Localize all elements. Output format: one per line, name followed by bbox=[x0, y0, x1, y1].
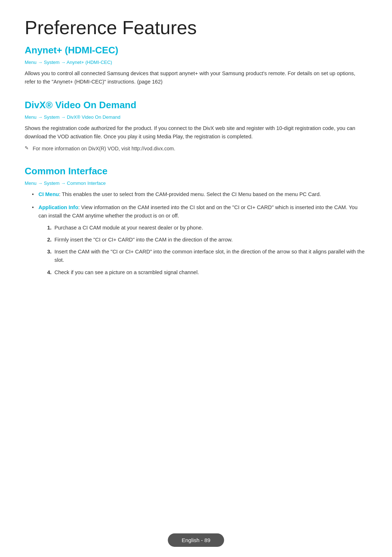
step-3-text: Insert the CAM with the "CI or CI+ CARD"… bbox=[54, 249, 365, 263]
bullet-ci-menu: CI Menu: This enables the user to select… bbox=[32, 190, 367, 199]
ci-menu-term: CI Menu bbox=[38, 191, 59, 197]
divx-body: Shows the registration code authorized f… bbox=[25, 124, 367, 141]
common-interface-bullets: CI Menu: This enables the user to select… bbox=[25, 190, 367, 277]
step-3: 3. Insert the CAM with the "CI or CI+ CA… bbox=[47, 248, 367, 264]
app-info-steps: 1. Purchase a CI CAM module at your near… bbox=[38, 224, 367, 277]
bullet-app-info: Application Info: View information on th… bbox=[32, 203, 367, 277]
anynet-breadcrumb: Menu → System → Anynet+ (HDMI-CEC) bbox=[25, 60, 367, 65]
common-interface-section: Common Interface Menu → System → Common … bbox=[25, 166, 367, 277]
footer-label: English - 89 bbox=[168, 533, 224, 547]
common-interface-breadcrumb: Menu → System → Common Interface bbox=[25, 180, 367, 186]
divx-note: For more information on DivX(R) VOD, vis… bbox=[25, 145, 367, 153]
anynet-body: Allows you to control all connected Sams… bbox=[25, 69, 367, 86]
app-info-term: Application Info bbox=[38, 204, 78, 210]
step-4-text: Check if you can see a picture on a scra… bbox=[54, 269, 199, 275]
step-2: 2. Firmly insert the "CI or CI+ CARD" in… bbox=[47, 236, 367, 244]
ci-menu-text: : This enables the user to select from t… bbox=[59, 191, 321, 197]
step-1-text: Purchase a CI CAM module at your nearest… bbox=[54, 225, 203, 231]
anynet-section: Anynet+ (HDMI-CEC) Menu → System → Anyne… bbox=[25, 45, 367, 86]
step-1: 1. Purchase a CI CAM module at your near… bbox=[47, 224, 367, 232]
divx-breadcrumb: Menu → System → DivX® Video On Demand bbox=[25, 114, 367, 120]
divx-heading: DivX® Video On Demand bbox=[25, 99, 367, 111]
page-title: Preference Features bbox=[25, 17, 367, 38]
step-4: 4. Check if you can see a picture on a s… bbox=[47, 268, 367, 277]
step-2-text: Firmly insert the "CI or CI+ CARD" into … bbox=[54, 237, 233, 243]
divx-section: DivX® Video On Demand Menu → System → Di… bbox=[25, 99, 367, 153]
app-info-text: : View information on the CAM inserted i… bbox=[38, 204, 358, 219]
anynet-heading: Anynet+ (HDMI-CEC) bbox=[25, 45, 367, 56]
common-interface-heading: Common Interface bbox=[25, 166, 367, 177]
